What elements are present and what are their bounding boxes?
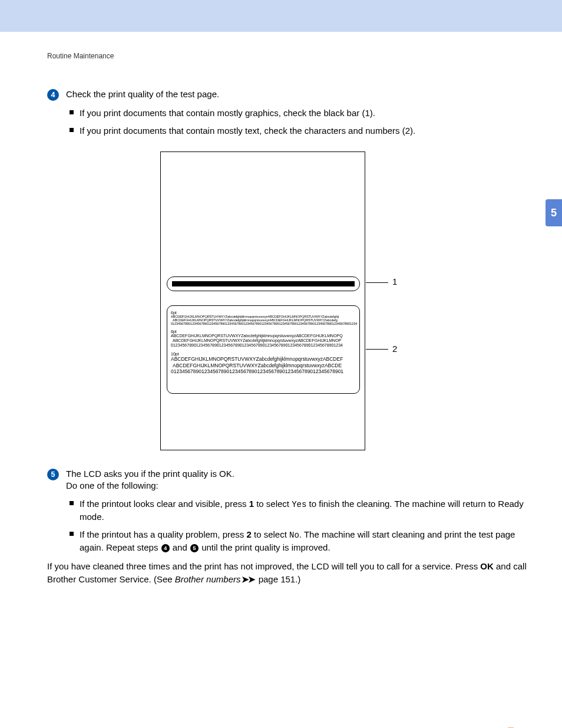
callout-line-2 <box>366 349 388 350</box>
list-item: If you print documents that contain most… <box>70 107 537 120</box>
square-bullet-icon <box>70 501 74 505</box>
step-badge-5: 5 <box>47 469 59 480</box>
lcd-yes: Yes <box>292 500 306 509</box>
key-1: 1 <box>249 499 254 509</box>
bullet-text: If the printout has a quality problem, p… <box>80 528 537 554</box>
bullet-text: If you print documents that contain most… <box>80 107 537 120</box>
step-5-bullets: If the printout looks clear and visible,… <box>70 498 537 554</box>
txt: to select <box>254 499 292 509</box>
test-page-figure: 6pt ABCDEFGHIJKLMNOPQRSTUVWXYZabcdefghij… <box>47 151 537 450</box>
top-band <box>0 0 562 32</box>
sample-line: 0123456789012345678901234567890123456789… <box>171 322 356 325</box>
step-ref-5-icon: 5 <box>190 544 199 552</box>
callout-line-1 <box>366 282 388 283</box>
step-5: 5 The LCD asks you if the print quality … <box>47 468 537 492</box>
closing-paragraph: If you have cleaned three times and the … <box>47 560 537 586</box>
list-item: If the printout looks clear and visible,… <box>70 498 537 523</box>
step-5-line1: The LCD asks you if the print quality is… <box>66 469 234 479</box>
lcd-no: No <box>289 531 299 540</box>
sample-line: 0123456789012345678901234567890123456789… <box>171 343 356 348</box>
sample-line: ABCDEFGHIJKLMNOPQRSTUVWXYZabcdefghijklmn… <box>171 334 356 338</box>
key-2: 2 <box>246 529 251 539</box>
page-footer: 110 <box>47 722 537 728</box>
step-4-text: Check the print quality of the test page… <box>66 88 219 100</box>
square-bullet-icon <box>70 110 74 114</box>
bullet-text: If you print documents that contain most… <box>80 124 537 137</box>
step-5-line2: Do one of the following: <box>66 480 158 490</box>
step-5-text: The LCD asks you if the print quality is… <box>66 468 234 492</box>
callout-number-2: 2 <box>392 344 397 354</box>
pt-label-10: 10pt <box>171 352 356 356</box>
list-item: If the printout has a quality problem, p… <box>70 528 537 554</box>
sample-line: ABCDEFGHIJKLMNOPQRSTUVWXYZabcdefghijklmn… <box>171 356 356 362</box>
step-4-bullets: If you print documents that contain most… <box>70 107 537 137</box>
sample-line: ABCDEFGHIJKLMNOPQRSTUVWXYZabcdefghijklmn… <box>171 315 356 318</box>
sample-line: ABCDEFGHIJKLMNOPQRSTUVWXYZabcdefghijklmn… <box>171 318 356 322</box>
black-bar <box>172 281 355 286</box>
sample-line: 0123456789012345678901234567890123456789… <box>171 368 356 374</box>
step-badge-4: 4 <box>47 89 59 101</box>
text-sample-frame: 6pt ABCDEFGHIJKLMNOPQRSTUVWXYZabcdefghij… <box>167 305 360 394</box>
cross-ref-link[interactable]: Brother numbers <box>175 574 241 584</box>
black-bar-frame <box>167 276 360 291</box>
txt: until the print quality is improved. <box>199 542 330 552</box>
sample-line: ABCDEFGHIJKLMNOPQRSTUVWXYZabcdefghijklmn… <box>171 363 356 368</box>
sample-line: ABCDEFGHIJKLMNOPQRSTUVWXYZabcdefghijklmn… <box>171 338 356 343</box>
page-content: Routine Maintenance 4 Check the print qu… <box>0 32 562 728</box>
bullet-text: If the printout looks clear and visible,… <box>80 498 537 523</box>
list-item: If you print documents that contain most… <box>70 124 537 137</box>
step-4: 4 Check the print quality of the test pa… <box>47 88 537 101</box>
test-page-box: 6pt ABCDEFGHIJKLMNOPQRSTUVWXYZabcdefghij… <box>160 151 365 450</box>
txt: If the printout looks clear and visible,… <box>80 499 249 509</box>
section-header: Routine Maintenance <box>47 52 537 60</box>
txt: and <box>170 542 190 552</box>
step-ref-4-icon: 4 <box>161 544 170 552</box>
pt-label-8: 8pt <box>171 330 356 334</box>
square-bullet-icon <box>70 532 74 536</box>
ok-key: OK <box>480 561 494 571</box>
txt: page 151.) <box>256 574 300 584</box>
square-bullet-icon <box>70 128 74 132</box>
callout-number-1: 1 <box>392 276 397 286</box>
txt: to select <box>252 529 289 539</box>
txt: If the printout has a quality problem, p… <box>80 529 246 539</box>
arrow-icon: ➤➤ <box>242 574 254 584</box>
pt-label-6: 6pt <box>171 311 356 315</box>
txt: If you have cleaned three times and the … <box>47 561 480 571</box>
